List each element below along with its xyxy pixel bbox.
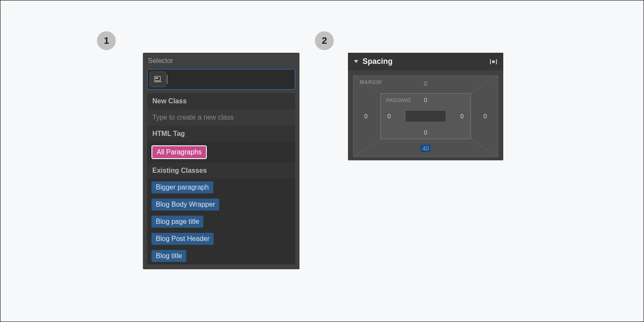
padding-right-input[interactable]: 0 [459,113,465,120]
svg-rect-3 [490,59,491,64]
padding-box: PADDING 0 0 0 0 [380,93,471,139]
existing-class-blog-post-header[interactable]: Blog Post Header [151,233,214,245]
spacing-header: Spacing [348,53,503,70]
svg-line-7 [471,76,498,93]
expand-icon [490,58,497,65]
html-tag-option-all-paragraphs[interactable]: All Paragraphs [151,145,207,159]
svg-rect-5 [492,60,495,63]
existing-class-row: Blog title [147,247,295,265]
existing-class-row: Blog Post Header [147,230,295,247]
step-number: 1 [104,35,109,46]
spacing-panel: Spacing MARGIN 0 0 40 0 PADDING 0 0 0 0 [348,53,503,160]
step-badge-2: 2 [315,31,334,50]
existing-class-blog-title[interactable]: Blog title [151,250,186,262]
padding-left-input[interactable]: 0 [386,113,392,120]
margin-label: MARGIN [360,79,382,85]
selector-input[interactable] [167,69,295,89]
margin-right-input[interactable]: 0 [482,113,488,120]
new-class-hint: Type to create a new class [147,109,295,126]
selector-device-icon-button[interactable] [150,72,166,87]
margin-bottom-input[interactable]: 40 [420,144,431,152]
padding-top-input[interactable]: 0 [423,96,429,103]
spacing-box-model: MARGIN 0 0 40 0 PADDING 0 0 0 0 [353,75,498,157]
existing-class-row: Bigger paragraph [147,179,295,196]
margin-left-input[interactable]: 0 [363,113,369,120]
new-class-header: New Class [147,93,295,109]
existing-class-blog-page-title[interactable]: Blog page title [151,216,203,228]
selector-label: Selector [143,53,299,67]
svg-rect-2 [155,77,158,79]
padding-bottom-input[interactable]: 0 [423,129,429,136]
existing-classes-header: Existing Classes [147,163,295,179]
existing-class-bigger-paragraph[interactable]: Bigger paragraph [151,181,213,193]
selector-dropdown: New Class Type to create a new class HTM… [147,93,295,265]
content-box [405,110,446,122]
svg-line-9 [471,139,498,156]
device-icon [154,76,162,83]
padding-label: PADDING [386,97,411,103]
existing-class-blog-body-wrapper[interactable]: Blog Body Wrapper [151,199,219,211]
svg-rect-4 [496,59,497,64]
margin-top-input[interactable]: 0 [423,80,429,87]
svg-line-8 [354,139,380,156]
html-tag-header: HTML Tag [147,126,295,142]
spacing-header-left: Spacing [354,57,393,66]
html-tag-row: All Paragraphs [147,142,295,163]
collapse-toggle-icon[interactable] [354,60,358,63]
step-badge-1: 1 [97,31,116,50]
selector-input-row[interactable] [147,69,295,90]
existing-class-row: Blog Body Wrapper [147,196,295,213]
svg-rect-1 [154,81,162,82]
selector-panel: Selector New Class Type to create a new … [143,53,299,269]
spacing-expand-button[interactable] [490,58,497,65]
step-number: 2 [322,35,327,46]
spacing-title: Spacing [363,57,393,66]
existing-class-row: Blog page title [147,213,295,230]
